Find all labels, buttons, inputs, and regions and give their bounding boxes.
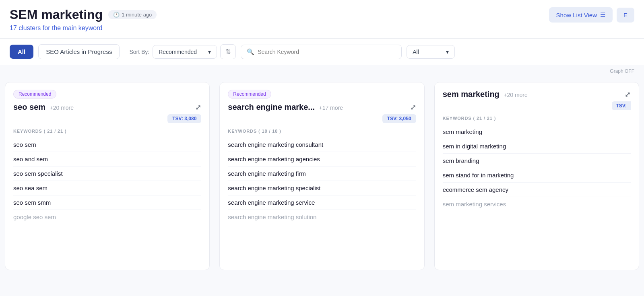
card-title-row: seo sem +20 more ⤢ (13, 103, 201, 112)
keyword-item: seo sem (13, 138, 201, 152)
card-title: sem marketing (443, 90, 500, 99)
filter-icon: ⇅ (225, 48, 231, 55)
recommended-badge: Recommended (13, 90, 56, 99)
keyword-item: sem stand for in marketing (443, 168, 631, 183)
tsv-badge: TSV: 3,080 (167, 114, 201, 123)
keyword-item: seo sem smm (13, 195, 201, 210)
page-title: SEM marketing (10, 7, 103, 22)
more-label: +20 more (504, 92, 528, 98)
card-3: sem marketing +20 more ⤢ TSV: KEYWORDS (… (434, 82, 639, 270)
expand-icon[interactable]: ⤢ (625, 90, 631, 99)
keyword-item: search engine marketing consultant (228, 138, 416, 152)
keyword-item: search engine marketing agencies (228, 152, 416, 166)
keyword-item: search engine marketing specialist (228, 181, 416, 195)
cards-container: Recommended seo sem +20 more ⤢ TSV: 3,08… (0, 76, 644, 277)
keywords-header: KEYWORDS ( 18 / 18 ) (228, 129, 416, 134)
more-label: +20 more (50, 105, 74, 111)
show-list-button[interactable]: Show List View ☰ (549, 7, 613, 23)
sort-select[interactable]: Recommended ▾ (153, 45, 217, 59)
keywords-header: KEYWORDS ( 21 / 21 ) (443, 116, 631, 121)
card-title: seo sem (13, 103, 45, 111)
title-row: SEM marketing 🕐 1 minute ago (10, 7, 157, 22)
keyword-item: google seo sem (13, 210, 201, 224)
more-label: +17 more (319, 105, 343, 111)
sort-section: Sort By: Recommended ▾ ⇅ (129, 44, 236, 59)
recommended-badge: Recommended (228, 90, 271, 99)
card-2: Recommended search engine marke... +17 m… (219, 82, 424, 270)
keyword-item: search engine marketing service (228, 195, 416, 210)
keyword-item: sem marketing services (443, 197, 631, 211)
card-title-section: seo sem +20 more (13, 103, 74, 112)
keyword-item: search engine marketing firm (228, 166, 416, 181)
chevron-down-icon: ▾ (208, 49, 211, 55)
all-dropdown-label: All (413, 49, 419, 55)
card-title-section: search engine marke... +17 more (228, 103, 343, 112)
graph-off-label: Graph OFF (610, 68, 634, 74)
card-title-row: search engine marke... +17 more ⤢ (228, 103, 416, 112)
tab-seo-button[interactable]: SEO Articles in Progress (38, 44, 120, 59)
keyword-item: seo and sem (13, 152, 201, 166)
keyword-item: sem marketing (443, 125, 631, 139)
extra-button[interactable]: E (617, 8, 634, 23)
graph-off-bar: Graph OFF (0, 65, 644, 76)
filter-icon-button[interactable]: ⇅ (220, 44, 236, 59)
chevron-down-icon-2: ▾ (446, 49, 449, 55)
card-title-row: sem marketing +20 more ⤢ (443, 90, 631, 99)
keyword-item: search engine marketing solution (228, 210, 416, 224)
keyword-item: sem in digital marketing (443, 139, 631, 154)
toolbar: All SEO Articles in Progress Sort By: Re… (0, 39, 644, 65)
subtitle: 17 clusters for the main keyword (10, 25, 157, 32)
header-left: SEM marketing 🕐 1 minute ago 17 clusters… (10, 7, 157, 32)
list-icon: ☰ (600, 11, 605, 18)
search-icon: 🔍 (247, 48, 254, 56)
clock-icon: 🕐 (113, 12, 120, 18)
expand-icon[interactable]: ⤢ (195, 103, 201, 112)
keyword-item: ecommerce sem agency (443, 183, 631, 197)
all-dropdown[interactable]: All ▾ (407, 45, 455, 59)
page-header: SEM marketing 🕐 1 minute ago 17 clusters… (0, 0, 644, 39)
search-section[interactable]: 🔍 (241, 45, 402, 59)
card-title-section: sem marketing +20 more (443, 90, 528, 99)
keyword-item: seo sea sem (13, 181, 201, 195)
keyword-item: sem branding (443, 154, 631, 168)
sort-value: Recommended (159, 49, 197, 55)
show-list-label: Show List View (556, 12, 597, 18)
keywords-header: KEYWORDS ( 21 / 21 ) (13, 129, 201, 134)
timestamp-badge: 🕐 1 minute ago (108, 10, 157, 19)
header-right: Show List View ☰ E (549, 7, 634, 23)
search-input[interactable] (258, 49, 396, 55)
tsv-partial-badge: TSV: (612, 101, 631, 110)
tsv-badge: TSV: 3,050 (382, 114, 416, 123)
sort-by-label: Sort By: (129, 49, 149, 55)
expand-icon[interactable]: ⤢ (410, 103, 416, 112)
card-1: Recommended seo sem +20 more ⤢ TSV: 3,08… (5, 82, 210, 270)
card-title: search engine marke... (228, 103, 315, 111)
keyword-item: seo sem specialist (13, 166, 201, 181)
timestamp-text: 1 minute ago (122, 12, 152, 18)
tab-all-button[interactable]: All (10, 45, 33, 59)
